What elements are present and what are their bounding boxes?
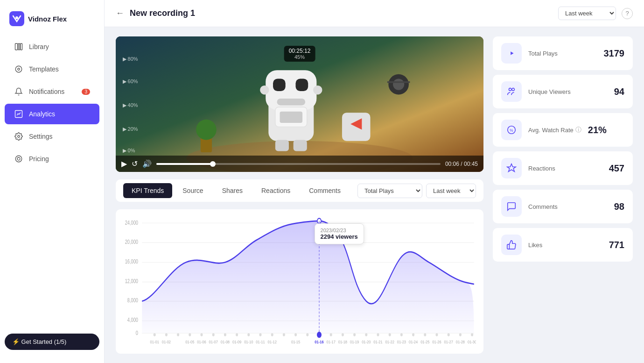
svg-point-104 <box>512 88 515 91</box>
svg-text:16,000: 16,000 <box>125 258 138 264</box>
help-button[interactable]: ? <box>622 8 633 19</box>
svg-point-52 <box>189 333 191 336</box>
stat-total-plays: Total Plays 3179 <box>493 36 633 70</box>
header-right: Last week Last month Last 3 months ? <box>558 7 633 20</box>
sidebar-item-pricing[interactable]: Pricing <box>5 149 99 169</box>
sidebar-item-notifications[interactable]: Notifications 3 <box>5 81 99 102</box>
svg-point-103 <box>509 88 512 91</box>
time-display: 00:06 / 00:45 <box>445 161 478 167</box>
svg-text:01-10: 01-10 <box>244 339 253 344</box>
svg-point-9 <box>15 156 22 162</box>
reactions-icon <box>501 158 522 178</box>
get-started-button[interactable]: ⚡ Get Started (1/5) <box>5 334 99 350</box>
sidebar-item-analytics[interactable]: Analytics <box>5 104 99 124</box>
svg-text:01-22: 01-22 <box>385 339 394 344</box>
svg-point-1 <box>15 16 18 19</box>
sidebar-item-templates[interactable]: Templates <box>5 59 99 79</box>
svg-text:▶ 60%: ▶ 60% <box>123 78 138 84</box>
svg-text:▶ 80%: ▶ 80% <box>123 56 138 62</box>
svg-text:01-11: 01-11 <box>256 339 265 344</box>
unique-viewers-value: 94 <box>614 86 624 97</box>
svg-point-53 <box>200 333 203 336</box>
total-plays-value: 3179 <box>604 48 625 59</box>
svg-text:01-09: 01-09 <box>232 339 241 344</box>
comments-icon <box>501 196 522 217</box>
page-title: New recording 1 <box>130 8 195 18</box>
svg-text:12,000: 12,000 <box>125 278 138 285</box>
templates-icon <box>14 64 23 74</box>
nav: Library Templates Notifications 3 Analyt… <box>0 36 104 328</box>
tab-comments[interactable]: Comments <box>301 183 349 198</box>
period-dropdown-header[interactable]: Last week Last month Last 3 months <box>558 7 616 20</box>
play-button[interactable]: ▶ <box>121 159 127 168</box>
svg-text:▶ 0%: ▶ 0% <box>123 148 135 153</box>
metric-dropdown[interactable]: Total Plays Unique Viewers Avg. Watch Ra… <box>357 184 422 198</box>
replay-button[interactable]: ↺ <box>132 159 138 168</box>
tab-reactions[interactable]: Reactions <box>253 183 299 198</box>
svg-text:01-16: 01-16 <box>315 339 323 344</box>
back-button[interactable]: ← <box>116 8 124 18</box>
comments-value: 98 <box>614 201 624 212</box>
svg-point-8 <box>18 135 20 138</box>
svg-point-10 <box>17 157 20 160</box>
svg-point-55 <box>224 333 226 336</box>
reactions-value: 457 <box>609 163 624 174</box>
chart-svg: 24,000 20,000 16,000 12,000 8,000 4,000 … <box>123 217 476 346</box>
volume-button[interactable]: 🔊 <box>142 159 152 168</box>
svg-point-68 <box>389 333 391 336</box>
svg-point-49 <box>154 333 156 336</box>
tab-kpi-trends[interactable]: KPI Trends <box>123 183 172 198</box>
svg-point-60 <box>283 333 285 336</box>
svg-text:01-06: 01-06 <box>197 339 206 344</box>
comments-label: Comments <box>528 203 608 210</box>
video-tooltip-time: 00:25:12 <box>289 48 311 54</box>
sidebar-bottom: ⚡ Get Started (1/5) <box>0 328 104 356</box>
svg-rect-15 <box>273 78 286 91</box>
chart-area: 24,000 20,000 16,000 12,000 8,000 4,000 … <box>116 209 483 354</box>
svg-text:01-27: 01-27 <box>444 339 453 344</box>
svg-point-5 <box>15 66 22 72</box>
svg-point-72 <box>435 333 438 336</box>
chart-tabs: KPI Trends Source Shares Reactions Comme… <box>116 179 483 202</box>
bell-icon <box>14 87 23 96</box>
stat-unique-viewers: Unique Viewers 94 <box>493 75 633 108</box>
svg-text:01-19: 01-19 <box>350 339 359 344</box>
stat-avg-watch-rate: % Avg. Watch Rate ⓘ 21% <box>493 113 633 147</box>
svg-point-50 <box>165 333 168 336</box>
svg-text:01-15: 01-15 <box>291 339 300 344</box>
svg-point-75 <box>471 333 473 336</box>
svg-text:▶ 20%: ▶ 20% <box>123 126 138 132</box>
stat-comments: Comments 98 <box>493 190 633 223</box>
svg-point-71 <box>424 333 426 336</box>
svg-text:▶ 40%: ▶ 40% <box>123 102 138 108</box>
progress-bar[interactable] <box>156 163 441 165</box>
notification-badge: 3 <box>82 89 90 95</box>
sidebar-item-settings[interactable]: Settings <box>5 126 99 147</box>
info-icon[interactable]: ⓘ <box>575 126 581 134</box>
svg-rect-4 <box>21 43 22 50</box>
svg-text:8,000: 8,000 <box>127 297 138 304</box>
svg-point-59 <box>271 333 273 336</box>
svg-text:01-24: 01-24 <box>409 339 418 344</box>
svg-point-74 <box>459 333 462 336</box>
video-player: ▶ 80% ▶ 60% ▶ 40% ▶ 20% ▶ 0% 00:25:12 45… <box>116 36 483 172</box>
svg-text:%: % <box>510 128 513 133</box>
gear-icon <box>14 132 23 141</box>
sidebar-item-label: Notifications <box>29 88 64 95</box>
tab-source[interactable]: Source <box>174 183 211 198</box>
tab-shares[interactable]: Shares <box>214 183 251 198</box>
stat-reactions: Reactions 457 <box>493 151 633 185</box>
avg-watch-rate-value: 21% <box>588 125 607 135</box>
svg-text:01-12: 01-12 <box>268 339 277 344</box>
sidebar-item-library[interactable]: Library <box>5 36 99 57</box>
sidebar-item-label: Pricing <box>29 155 49 163</box>
video-controls: ▶ ↺ 🔊 00:06 / 00:45 <box>116 156 483 172</box>
sidebar-item-label: Analytics <box>29 110 55 118</box>
svg-point-67 <box>377 333 379 336</box>
period-dropdown-chart[interactable]: Last week Last month <box>426 184 476 198</box>
svg-rect-22 <box>275 140 289 151</box>
library-icon <box>14 42 23 51</box>
video-tooltip: 00:25:12 45% <box>284 46 315 62</box>
video-background: ▶ 80% ▶ 60% ▶ 40% ▶ 20% ▶ 0% 00:25:12 45… <box>116 36 483 172</box>
svg-rect-23 <box>294 140 307 151</box>
